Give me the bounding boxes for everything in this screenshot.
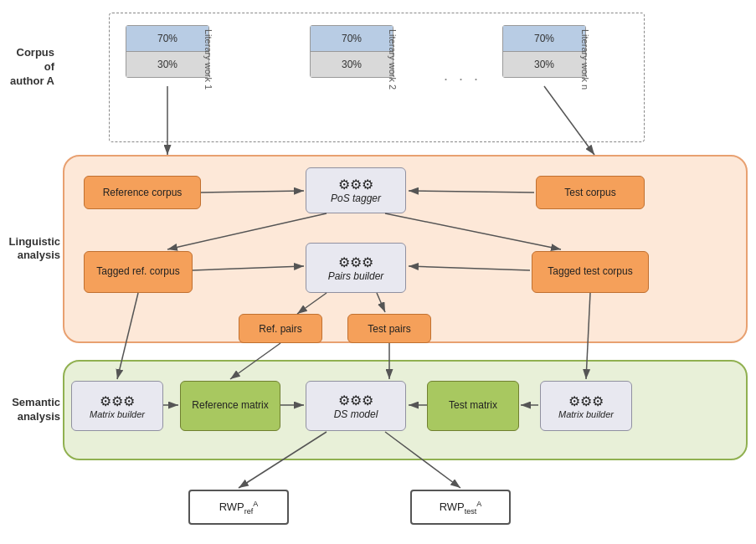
- tagged-ref-corpus-box: Tagged ref. corpus: [84, 251, 193, 293]
- doc2-label: Literary work 2: [388, 29, 398, 90]
- test-pairs-box: Test pairs: [347, 314, 431, 343]
- linguistic-label: Linguisticanalysis: [0, 235, 60, 264]
- rwp-ref-output: RWPrefA: [188, 490, 289, 525]
- ellipsis: . . .: [444, 67, 481, 85]
- docn-label: Literary work n: [580, 29, 590, 90]
- reference-matrix-box: Reference matrix: [180, 381, 280, 431]
- docn-top: 70%: [503, 26, 585, 52]
- docn-bottom: 30%: [503, 52, 585, 77]
- matrix-builder-left-gears: ⚙⚙⚙: [100, 393, 135, 409]
- matrix-builder-right-gears: ⚙⚙⚙: [568, 393, 604, 409]
- pos-tagger-box: ⚙⚙⚙ PoS tagger: [306, 167, 406, 213]
- matrix-builder-right-box: ⚙⚙⚙ Matrix builder: [540, 381, 632, 431]
- pos-tagger-label: PoS tagger: [331, 192, 381, 204]
- doc1-top: 70%: [126, 26, 208, 52]
- doc1-label: Literary work 1: [203, 29, 213, 90]
- semantic-label: Semanticanalysis: [0, 396, 60, 424]
- diagram-container: Corpus ofauthor A 70% 30% Literary work …: [0, 0, 756, 544]
- reference-corpus-box: Reference corpus: [84, 176, 201, 209]
- pairs-builder-gears: ⚙⚙⚙: [338, 254, 373, 270]
- corpus-label: Corpus ofauthor A: [4, 46, 54, 89]
- document-card-n: 70% 30%: [502, 25, 586, 78]
- matrix-builder-left-box: ⚙⚙⚙ Matrix builder: [71, 381, 163, 431]
- matrix-builder-left-label: Matrix builder: [90, 409, 145, 419]
- matrix-builder-right-label: Matrix builder: [558, 409, 614, 419]
- ds-model-label: DS model: [334, 408, 378, 420]
- pos-tagger-gears: ⚙⚙⚙: [338, 177, 373, 192]
- pairs-builder-box: ⚙⚙⚙ Pairs builder: [306, 243, 406, 293]
- doc2-top: 70%: [311, 26, 393, 52]
- ds-model-box: ⚙⚙⚙ DS model: [306, 381, 406, 431]
- rwp-test-output: RWPtestA: [410, 490, 511, 525]
- document-card-2: 70% 30%: [310, 25, 393, 78]
- test-corpus-box: Test corpus: [536, 176, 645, 209]
- doc1-bottom: 30%: [126, 52, 208, 77]
- doc2-bottom: 30%: [311, 52, 393, 77]
- ds-model-gears: ⚙⚙⚙: [338, 393, 373, 408]
- ref-pairs-box: Ref. pairs: [239, 314, 322, 343]
- tagged-test-corpus-box: Tagged test corpus: [532, 251, 649, 293]
- pairs-builder-label: Pairs builder: [328, 270, 384, 282]
- document-card-1: 70% 30%: [126, 25, 209, 78]
- test-matrix-box: Test matrix: [427, 381, 519, 431]
